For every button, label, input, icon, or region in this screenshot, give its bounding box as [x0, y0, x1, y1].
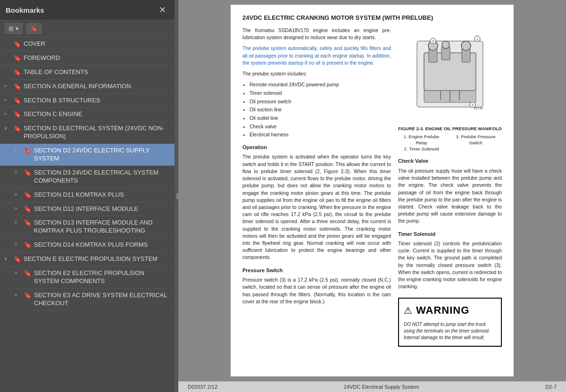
bookmark-icon-section-e2: 🔖: [24, 269, 31, 277]
figure-legend2: 2. Timer Solenoid: [398, 146, 445, 152]
bookmark-icon-section-d14: 🔖: [24, 241, 31, 249]
expand-icon-section-d2[interactable]: [14, 147, 22, 153]
bookmark-icon-section-d2: 🔖: [24, 147, 31, 154]
expand-icon-section-a[interactable]: [4, 83, 11, 89]
para2: The prelube system automatically, safely…: [242, 45, 391, 67]
sidebar-label-cover: COVER: [24, 40, 171, 48]
sidebar-label-section-c: SECTION C ENGINE: [24, 110, 171, 118]
list-item: Oil suction line: [250, 106, 391, 113]
sidebar-item-section-d14[interactable]: 🔖SECTION D14 KOMTRAX PLUS FORMS: [0, 238, 175, 252]
sidebar-label-section-e2: SECTION E2 ELECTRIC PROPULSION SYSTEM CO…: [34, 269, 171, 285]
sidebar-item-section-c[interactable]: 🔖SECTION C ENGINE: [0, 108, 175, 122]
sidebar-item-section-b[interactable]: 🔖SECTION B STRUCTURES: [0, 94, 175, 108]
svg-point-6: [442, 41, 449, 49]
footer-center: 24VDC Electrical Supply System: [344, 384, 419, 390]
bookmark-icon-toc: 🔖: [13, 68, 21, 76]
expand-icon-section-d12[interactable]: [14, 206, 22, 211]
sidebar-item-toc[interactable]: 🔖TABLE OF CONTENTS: [0, 66, 175, 80]
sidebar-item-section-d[interactable]: 🔖SECTION D ELECTRICAL SYSTEM (24VDC NON-…: [0, 122, 175, 144]
timer-solenoid-text: Timer solenoid (2) controls the prelubri…: [398, 240, 502, 291]
warning-box: ⚠ WARNING DO NOT attempt to jump start t…: [398, 298, 502, 347]
sidebar-label-section-d2: SECTION D2 24VDC ELECTRIC SUPPLY SYSTEM: [34, 147, 171, 163]
page-viewer[interactable]: 24VDC ELECTRIC CRANKING MOTOR SYSTEM (WI…: [178, 0, 566, 381]
bookmark-icon-section-d3: 🔖: [24, 169, 31, 176]
expand-icon-section-d11[interactable]: [14, 192, 22, 197]
figure-legend3: 3. Prelube Pressure Switch: [449, 133, 502, 152]
svg-point-7: [461, 41, 471, 50]
section-pressure-switch-title: Pressure Switch: [242, 267, 391, 274]
figure-container: 2 1 3 83748: [398, 27, 502, 152]
figure-legend: 1. Engine Prelube Relay 2. Timer Solenoi…: [398, 133, 502, 152]
sidebar-item-section-e2[interactable]: 🔖SECTION E2 ELECTRIC PROPULSION SYSTEM C…: [0, 267, 175, 289]
figure-svg: 2 1 3 83748: [403, 27, 497, 121]
sidebar-label-toc: TABLE OF CONTENTS: [24, 68, 171, 76]
bookmark-icon-section-d11: 🔖: [24, 191, 31, 199]
section-timer-solenoid-title: Timer Solenoid: [398, 231, 502, 238]
figure-caption: FIGURE 2-3. ENGINE OIL PRESSURE MANIFOLD: [398, 125, 502, 132]
page-container: 24VDC ELECTRIC CRANKING MOTOR SYSTEM (WI…: [231, 5, 514, 376]
sidebar-label-foreword: FOREWORD: [24, 54, 171, 62]
expand-icon-section-e3[interactable]: [14, 292, 22, 298]
bookmark-icon-section-a: 🔖: [13, 83, 21, 90]
expand-icon-section-d3[interactable]: [14, 169, 22, 175]
bookmark-icon-cover: 🔖: [13, 40, 21, 48]
sidebar-title: Bookmarks: [6, 6, 44, 14]
list-item: Remote mounted 24VDC powered pump: [250, 81, 391, 88]
expand-icon-section-e2[interactable]: [14, 270, 22, 275]
bookmark-icon-section-c: 🔖: [13, 110, 21, 118]
sidebar: Bookmarks ✕ ⊞ ▾ 🔖 🔖COVER🔖FOREWORD🔖TABLE …: [0, 0, 175, 392]
pressure-switch-text: Pressure switch (3) is a 17.2 kPa (2.5 p…: [242, 276, 391, 305]
document-title: 24VDC ELECTRIC CRANKING MOTOR SYSTEM (WI…: [242, 14, 502, 22]
sidebar-label-section-d14: SECTION D14 KOMTRAX PLUS FORMS: [34, 241, 171, 249]
bookmark-icon-section-e: 🔖: [13, 255, 21, 263]
doc-right-column: 2 1 3 83748: [398, 27, 502, 347]
sidebar-item-section-d13[interactable]: 🔖SECTION D13 INTERFACE MODULE AND KOMTRA…: [0, 216, 175, 238]
bookmark-icon-section-d: 🔖: [13, 125, 21, 132]
sidebar-item-section-d11[interactable]: 🔖SECTION D11 KOMTRAX PLUS: [0, 188, 175, 202]
section-operation-title: Operation: [242, 144, 391, 151]
sidebar-item-foreword[interactable]: 🔖FOREWORD: [0, 51, 175, 66]
list-item: Electrical harness: [250, 131, 391, 138]
sidebar-label-section-d12: SECTION D12 INTERFACE MODULE: [34, 205, 171, 213]
bookmark-icon-foreword: 🔖: [13, 54, 21, 62]
page-footer: D02037 2/12 24VDC Electrical Supply Syst…: [178, 381, 566, 392]
footer-right: D2-7: [545, 384, 557, 390]
bookmark-button[interactable]: 🔖: [26, 23, 42, 34]
sidebar-label-section-d13: SECTION D13 INTERFACE MODULE AND KOMTRAX…: [34, 219, 171, 235]
list-item: Check valve: [250, 123, 391, 130]
svg-text:1: 1: [476, 37, 478, 41]
warning-title: WARNING: [416, 303, 469, 318]
bookmark-icon-section-b: 🔖: [13, 97, 21, 104]
prelube-list: Remote mounted 24VDC powered pumpTimer s…: [250, 81, 391, 138]
bookmark-list: 🔖COVER🔖FOREWORD🔖TABLE OF CONTENTS🔖SECTIO…: [0, 37, 175, 392]
resize-handle[interactable]: ▐: [175, 0, 178, 392]
sidebar-label-section-d3: SECTION D3 24VDC ELECTRICAL SYSTEM COMPO…: [34, 169, 171, 185]
bookmark-icon-section-d13: 🔖: [24, 219, 31, 226]
expand-icon-section-d13[interactable]: [14, 219, 22, 225]
svg-text:2: 2: [432, 40, 434, 43]
expand-icon-section-b[interactable]: [4, 97, 11, 103]
warning-body: DO NOT attempt to jump start the truck u…: [404, 321, 496, 341]
sidebar-item-section-d2[interactable]: 🔖SECTION D2 24VDC ELECTRIC SUPPLY SYSTEM: [0, 144, 175, 166]
operation-text: The prelube system is activated when the…: [242, 153, 391, 261]
sidebar-label-section-d: SECTION D ELECTRICAL SYSTEM (24VDC NON-P…: [24, 125, 171, 141]
expand-icon-section-d[interactable]: [4, 125, 11, 131]
bookmark-icon-section-d12: 🔖: [24, 205, 31, 213]
expand-icon-section-e[interactable]: [4, 256, 11, 262]
sidebar-item-section-e3[interactable]: 🔖SECTION E3 AC DRIVE SYSTEM ELECTRICAL C…: [0, 289, 175, 311]
sidebar-label-section-e3: SECTION E3 AC DRIVE SYSTEM ELECTRICAL CH…: [34, 292, 171, 308]
expand-icon-section-d14[interactable]: [14, 242, 22, 247]
section-check-valve-title: Check Valve: [398, 158, 502, 165]
svg-text:3: 3: [472, 103, 474, 107]
sidebar-item-section-e[interactable]: 🔖SECTION E ELECTRIC PROPULSION SYSTEM: [0, 252, 175, 267]
document-body: The Komatsu SSDA18V170 engine includes a…: [242, 27, 502, 347]
sidebar-item-section-d3[interactable]: 🔖SECTION D3 24VDC ELECTRICAL SYSTEM COMP…: [0, 166, 175, 188]
view-button[interactable]: ⊞ ▾: [5, 23, 23, 34]
list-item: Oil outlet line: [250, 115, 391, 122]
expand-icon-section-c[interactable]: [4, 111, 11, 117]
sidebar-item-section-d12[interactable]: 🔖SECTION D12 INTERFACE MODULE: [0, 202, 175, 217]
sidebar-item-cover[interactable]: 🔖COVER: [0, 37, 175, 51]
close-button[interactable]: ✕: [156, 4, 169, 16]
sidebar-item-section-a[interactable]: 🔖SECTION A GENERAL INFORMATION: [0, 80, 175, 94]
list-item: Timer solenoid: [250, 90, 391, 97]
